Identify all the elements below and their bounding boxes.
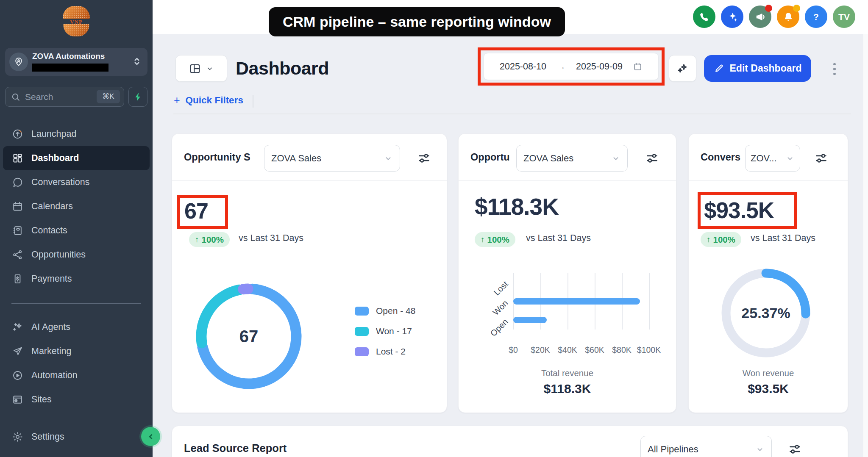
legend-label: Won - 17	[376, 326, 412, 336]
date-end: 2025-09-09	[576, 61, 623, 72]
ai-magic-button[interactable]	[669, 55, 696, 82]
bar-open	[513, 317, 547, 323]
more-options-menu[interactable]	[828, 58, 841, 80]
quick-filters-link[interactable]: + Quick Filters	[174, 94, 243, 106]
sidebar-search[interactable]: ⌘K	[5, 87, 124, 107]
sidebar-item-calendars[interactable]: Calendars	[0, 194, 153, 219]
chart-footer-value: $118.3K	[459, 382, 676, 396]
delta-note: vs Last 31 Days	[526, 233, 591, 244]
card-title: Opportu	[470, 134, 510, 180]
pipeline-select-value: ZOV...	[751, 153, 777, 164]
legend-item: Lost - 2	[355, 346, 415, 357]
gear-icon	[12, 431, 23, 443]
chevron-updown-icon	[131, 55, 143, 68]
avatar-button[interactable]: TV	[833, 6, 855, 28]
legend-swatch	[355, 327, 369, 336]
pipeline-select[interactable]: ZOVA Sales	[264, 145, 400, 172]
sites-icon	[12, 394, 23, 405]
sidebar-item-label: Conversations	[31, 177, 89, 188]
gridline	[649, 273, 650, 330]
dashboard-layout-button[interactable]	[175, 55, 227, 82]
opportunity-status-donut-chart: 67	[191, 279, 306, 394]
quick-filters-label: Quick Filters	[186, 95, 243, 106]
announcements-button[interactable]	[749, 6, 771, 28]
chevron-left-icon	[146, 432, 156, 441]
account-name: ZOVA Automations	[32, 52, 105, 61]
pipeline-select-value: ZOVA Sales	[271, 153, 321, 164]
sidebar-nav-secondary: AI AgentsMarketingAutomationSites	[0, 315, 153, 412]
launchpad-icon	[12, 128, 23, 140]
notifications-button[interactable]	[777, 6, 799, 28]
marketing-icon	[12, 346, 23, 357]
pipeline-select[interactable]: ZOVA Sales	[516, 145, 628, 172]
sidebar-item-sites[interactable]: Sites	[0, 388, 153, 412]
logo-top-hemisphere	[63, 6, 90, 19]
sidebar-item-dashboard[interactable]: Dashboard	[3, 146, 150, 170]
opportunities-icon	[12, 249, 23, 260]
pipeline-select[interactable]: ZOV...	[745, 145, 800, 172]
quick-actions-button[interactable]	[128, 87, 147, 107]
bell-icon	[782, 11, 795, 23]
lead-source-title: Lead Source Report	[184, 442, 287, 454]
quick-filters-divider	[253, 95, 253, 108]
sidebar-item-contacts[interactable]: Contacts	[0, 219, 153, 243]
sidebar-item-conversations[interactable]: Conversations	[0, 170, 153, 194]
sidebar-item-opportunities[interactable]: Opportunities	[0, 243, 153, 267]
sidebar-item-label: Calendars	[31, 201, 73, 212]
delta-value: 100%	[487, 235, 509, 245]
arrow-up-icon: ↑	[481, 235, 485, 244]
sidebar-item-automation[interactable]: Automation	[0, 363, 153, 388]
delta-badge: ↑ 100%	[189, 232, 230, 247]
search-input[interactable]	[24, 88, 94, 106]
chart-footer-value: $93.5K	[689, 382, 848, 396]
arrow-up-icon: ↑	[707, 235, 711, 244]
ai-assistant-button[interactable]	[721, 6, 743, 28]
card-title: Opportunity S	[184, 134, 250, 180]
calendar-icon	[633, 62, 643, 72]
contacts-icon	[12, 225, 23, 236]
widget-filter-icon[interactable]	[417, 151, 431, 166]
lead-source-report-card: Lead Source Report All Pipelines	[172, 426, 848, 457]
delta-note: vs Last 31 Days	[239, 233, 303, 244]
sidebar-item-label: Settings	[31, 432, 64, 442]
chart-footer-label: Total revenue	[459, 368, 676, 378]
widget-filter-icon[interactable]	[814, 151, 829, 166]
chevron-down-icon	[206, 64, 214, 73]
widget-filter-icon[interactable]	[787, 442, 802, 457]
pipeline-select[interactable]: All Pipelines	[640, 436, 772, 457]
legend-label: Lost - 2	[376, 346, 406, 357]
edit-dashboard-button[interactable]: Edit Dashboard	[704, 55, 811, 82]
redacted-subaccount-text	[32, 64, 108, 72]
sidebar-item-settings[interactable]: Settings	[0, 425, 153, 449]
date-range-picker[interactable]: 2025-08-10 → 2025-09-09	[484, 53, 659, 80]
chart-footer-label: Won revenue	[689, 368, 848, 378]
header-divider	[173, 114, 851, 114]
help-button[interactable]: ?	[805, 6, 827, 28]
sidebar-item-ai-agents[interactable]: AI Agents	[0, 315, 153, 339]
account-switcher[interactable]: ZOVA Automations	[5, 48, 147, 76]
sidebar-item-label: Payments	[31, 274, 72, 284]
sidebar-item-label: Dashboard	[31, 153, 79, 163]
sidebar-item-payments[interactable]: Payments	[0, 267, 153, 291]
delta-value: 100%	[713, 235, 735, 245]
sidebar: VNP ZOVA Automations ⌘K LaunchpadDashboa…	[0, 0, 153, 457]
crm-dashboard-page: VNP ZOVA Automations ⌘K LaunchpadDashboa…	[0, 0, 868, 457]
notification-dot	[765, 5, 772, 12]
sparkles-icon	[676, 62, 689, 75]
sidebar-item-marketing[interactable]: Marketing	[0, 339, 153, 363]
card-head-divider	[689, 180, 848, 181]
sidebar-collapse-button[interactable]	[141, 427, 160, 446]
donut-center-label: 67	[191, 279, 306, 394]
search-icon	[11, 92, 21, 102]
sidebar-item-launchpad[interactable]: Launchpad	[0, 122, 153, 146]
delta-badge: ↑ 100%	[475, 232, 515, 247]
widget-filter-icon[interactable]	[645, 151, 659, 166]
bar-won	[513, 298, 640, 305]
opportunity-count-value: 67	[184, 198, 208, 224]
notification-dot	[793, 5, 800, 12]
help-label: ?	[813, 12, 819, 22]
chevron-down-icon	[755, 445, 765, 454]
scrollbar-track[interactable]	[863, 34, 868, 457]
phone-button[interactable]	[693, 6, 715, 28]
search-shortcut-badge: ⌘K	[97, 90, 120, 103]
